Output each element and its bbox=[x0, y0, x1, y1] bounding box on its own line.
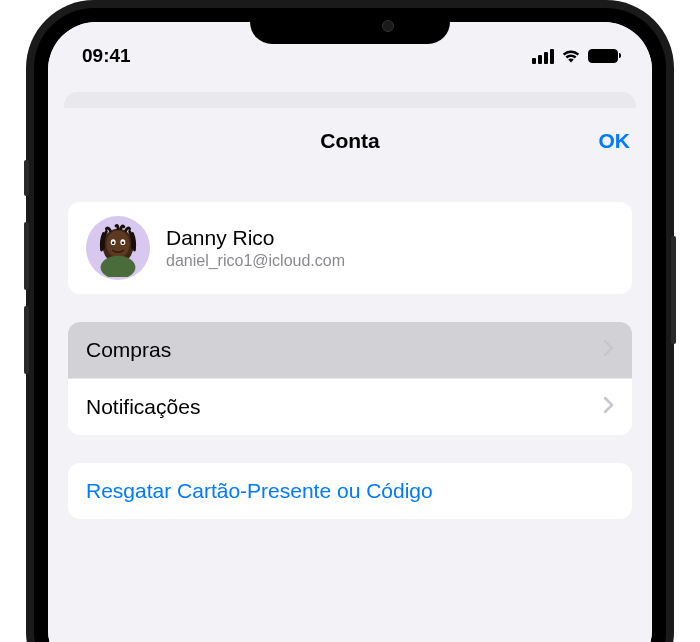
phone-bezel: 09:41 bbox=[34, 8, 666, 642]
power-button bbox=[671, 236, 676, 344]
status-icons bbox=[532, 49, 618, 64]
profile-section: Danny Rico daniel_rico1@icloud.com bbox=[68, 202, 632, 294]
screen: 09:41 bbox=[48, 22, 652, 642]
volume-up-button bbox=[24, 222, 29, 290]
purchases-label: Compras bbox=[86, 338, 171, 362]
svg-point-1 bbox=[106, 231, 129, 258]
status-time: 09:41 bbox=[82, 45, 131, 67]
profile-row[interactable]: Danny Rico daniel_rico1@icloud.com bbox=[68, 202, 632, 294]
svg-point-5 bbox=[122, 241, 125, 244]
mute-switch bbox=[24, 160, 29, 196]
profile-name: Danny Rico bbox=[166, 226, 345, 250]
notifications-row[interactable]: Notificações bbox=[68, 378, 632, 435]
menu-section: Compras Notificações bbox=[68, 322, 632, 435]
wifi-icon bbox=[561, 49, 581, 64]
front-camera bbox=[382, 20, 394, 32]
notch bbox=[250, 8, 450, 44]
redeem-gift-card-row[interactable]: Resgatar Cartão-Presente ou Código bbox=[68, 463, 632, 519]
chevron-right-icon bbox=[604, 340, 614, 360]
account-modal: Conta OK bbox=[48, 108, 652, 642]
cellular-signal-icon bbox=[532, 49, 554, 64]
avatar bbox=[86, 216, 150, 280]
notifications-label: Notificações bbox=[86, 395, 200, 419]
svg-point-4 bbox=[112, 241, 115, 244]
profile-info: Danny Rico daniel_rico1@icloud.com bbox=[166, 226, 345, 270]
battery-icon bbox=[588, 49, 618, 63]
volume-down-button bbox=[24, 306, 29, 374]
modal-header: Conta OK bbox=[48, 108, 652, 174]
ok-button[interactable]: OK bbox=[599, 129, 631, 153]
chevron-right-icon bbox=[604, 397, 614, 417]
links-section: Resgatar Cartão-Presente ou Código bbox=[68, 463, 632, 519]
svg-point-6 bbox=[101, 256, 136, 277]
redeem-gift-card-label: Resgatar Cartão-Presente ou Código bbox=[86, 479, 614, 503]
modal-title: Conta bbox=[320, 129, 380, 153]
purchases-row[interactable]: Compras bbox=[68, 322, 632, 378]
phone-frame: 09:41 bbox=[26, 0, 674, 642]
profile-email: daniel_rico1@icloud.com bbox=[166, 252, 345, 270]
